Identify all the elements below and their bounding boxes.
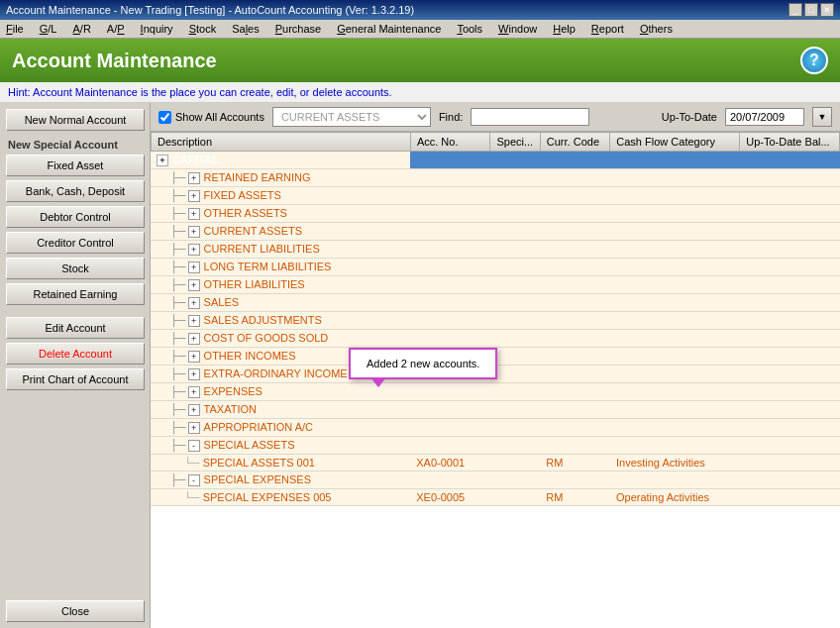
row-curr-code: RM bbox=[540, 455, 610, 471]
table-row[interactable]: ├─+TAXATION bbox=[151, 401, 840, 419]
menu-others[interactable]: Others bbox=[638, 22, 675, 36]
row-cell bbox=[740, 259, 840, 276]
table-row[interactable]: └─ SPECIAL ASSETS 001XA0-0001RMInvesting… bbox=[151, 455, 840, 471]
table-row[interactable]: ├─+COST OF GOODS SOLD bbox=[151, 330, 840, 348]
table-row[interactable]: ├─+OTHER LIABILITIES bbox=[151, 276, 840, 294]
row-cell bbox=[490, 205, 540, 223]
fixed-asset-button[interactable]: Fixed Asset bbox=[6, 155, 145, 176]
row-cell bbox=[410, 223, 490, 241]
help-button[interactable]: ? bbox=[800, 47, 828, 74]
row-cell bbox=[540, 152, 610, 169]
row-cell bbox=[610, 276, 740, 294]
creditor-control-button[interactable]: Creditor Control bbox=[6, 232, 145, 254]
find-input[interactable] bbox=[471, 108, 589, 126]
retained-earning-button[interactable]: Retained Earning bbox=[6, 283, 145, 305]
edit-account-button[interactable]: Edit Account bbox=[6, 317, 145, 339]
row-cell bbox=[740, 294, 840, 312]
tooltip-text: Added 2 new accounts. bbox=[367, 358, 479, 369]
menu-window[interactable]: Window bbox=[496, 22, 539, 36]
table-scroll[interactable]: +CAPITAL├─+RETAINED EARNING├─+FIXED ASSE… bbox=[151, 152, 840, 628]
minimize-button[interactable]: _ bbox=[788, 3, 802, 17]
row-description: +CAPITAL bbox=[151, 152, 410, 169]
new-normal-account-button[interactable]: New Normal Account bbox=[6, 109, 145, 131]
table-row[interactable]: ├─+APPROPRIATION A/C bbox=[151, 419, 840, 437]
table-row[interactable]: ├─+OTHER ASSETS bbox=[151, 205, 840, 223]
table-row[interactable]: ├─-SPECIAL EXPENSES bbox=[151, 471, 840, 489]
table-row[interactable]: ├─+RETAINED EARNING bbox=[151, 169, 840, 187]
menu-stock[interactable]: Stock bbox=[187, 22, 219, 36]
account-table-body: +CAPITAL├─+RETAINED EARNING├─+FIXED ASSE… bbox=[151, 152, 840, 506]
table-row[interactable]: ├─+FIXED ASSETS bbox=[151, 187, 840, 205]
row-cell bbox=[490, 383, 540, 401]
row-cell bbox=[410, 294, 490, 312]
menu-tools[interactable]: Tools bbox=[455, 22, 484, 36]
title-bar: Account Maintenance - New Trading [Testi… bbox=[0, 0, 840, 20]
row-description: ├─+CURRENT ASSETS bbox=[151, 223, 410, 241]
menu-ap[interactable]: A/P bbox=[105, 22, 127, 36]
row-cell bbox=[740, 169, 840, 187]
table-row[interactable]: ├─+SALES ADJUSTMENTS bbox=[151, 312, 840, 330]
window-controls[interactable]: _ □ ✕ bbox=[788, 3, 834, 17]
row-cell bbox=[540, 241, 610, 259]
sidebar: New Normal Account New Special Account F… bbox=[0, 103, 151, 628]
stock-button[interactable]: Stock bbox=[6, 258, 145, 279]
menu-inquiry[interactable]: Inquiry bbox=[139, 22, 175, 36]
row-description: ├─+CURRENT LIABILITIES bbox=[151, 241, 410, 259]
close-window-button[interactable]: ✕ bbox=[820, 3, 834, 17]
category-select[interactable]: CURRENT ASSETS bbox=[272, 107, 431, 127]
row-cell bbox=[490, 471, 540, 489]
row-cell bbox=[610, 294, 740, 312]
row-cash-flow: Operating Activities bbox=[610, 489, 740, 506]
row-cell bbox=[740, 383, 840, 401]
row-cell bbox=[490, 241, 540, 259]
debtor-control-button[interactable]: Debtor Control bbox=[6, 206, 145, 228]
row-cell bbox=[610, 205, 740, 223]
table-row[interactable]: +CAPITAL bbox=[151, 152, 840, 169]
close-button[interactable]: Close bbox=[6, 600, 145, 622]
table-row[interactable]: └─ SPECIAL EXPENSES 005XE0-0005RMOperati… bbox=[151, 489, 840, 506]
row-cell bbox=[740, 152, 840, 169]
row-cell bbox=[410, 169, 490, 187]
menu-report[interactable]: Report bbox=[589, 22, 626, 36]
row-cell bbox=[410, 383, 490, 401]
row-description: └─ SPECIAL EXPENSES 005 bbox=[151, 489, 410, 506]
print-chart-button[interactable]: Print Chart of Account bbox=[6, 368, 145, 390]
menu-bar: File G/L A/R A/P Inquiry Stock Sales Pur… bbox=[0, 20, 840, 39]
table-header-row: Description Acc. No. Speci... Curr. Code… bbox=[152, 133, 840, 152]
row-cell bbox=[540, 437, 610, 455]
row-cell bbox=[490, 348, 540, 366]
col-description: Description bbox=[152, 133, 411, 152]
menu-purchase[interactable]: Purchase bbox=[273, 22, 323, 36]
menu-help[interactable]: Help bbox=[551, 22, 578, 36]
delete-account-button[interactable]: Delete Account bbox=[6, 343, 145, 365]
menu-sales[interactable]: Sales bbox=[230, 22, 262, 36]
date-input[interactable] bbox=[725, 108, 804, 126]
table-row[interactable]: ├─-SPECIAL ASSETS bbox=[151, 437, 840, 455]
row-cell bbox=[540, 294, 610, 312]
bank-cash-deposit-button[interactable]: Bank, Cash, Deposit bbox=[6, 180, 145, 202]
row-description: ├─-SPECIAL EXPENSES bbox=[151, 471, 410, 489]
row-cell bbox=[490, 366, 540, 383]
table-row[interactable]: ├─+SALES bbox=[151, 294, 840, 312]
table-row[interactable]: ├─+LONG TERM LIABILITIES bbox=[151, 259, 840, 276]
row-cell bbox=[490, 419, 540, 437]
maximize-button[interactable]: □ bbox=[804, 3, 818, 17]
row-balance bbox=[740, 455, 840, 471]
col-cash-flow: Cash Flow Category bbox=[610, 133, 740, 152]
menu-general-maintenance[interactable]: General Maintenance bbox=[335, 22, 443, 36]
show-all-checkbox[interactable] bbox=[158, 111, 171, 124]
row-cell bbox=[410, 419, 490, 437]
menu-file[interactable]: File bbox=[4, 22, 26, 36]
date-picker-button[interactable]: ▼ bbox=[812, 107, 832, 127]
menu-ar[interactable]: A/R bbox=[71, 22, 93, 36]
row-description: ├─+SALES ADJUSTMENTS bbox=[151, 312, 410, 330]
row-cell bbox=[610, 330, 740, 348]
row-cell bbox=[740, 401, 840, 419]
table-row[interactable]: ├─+CURRENT LIABILITIES bbox=[151, 241, 840, 259]
row-curr-code: RM bbox=[540, 489, 610, 506]
table-row[interactable]: ├─+CURRENT ASSETS bbox=[151, 223, 840, 241]
row-description: ├─+TAXATION bbox=[151, 401, 410, 419]
table-row[interactable]: ├─+EXPENSES bbox=[151, 383, 840, 401]
row-cell bbox=[540, 383, 610, 401]
menu-gl[interactable]: G/L bbox=[38, 22, 59, 36]
